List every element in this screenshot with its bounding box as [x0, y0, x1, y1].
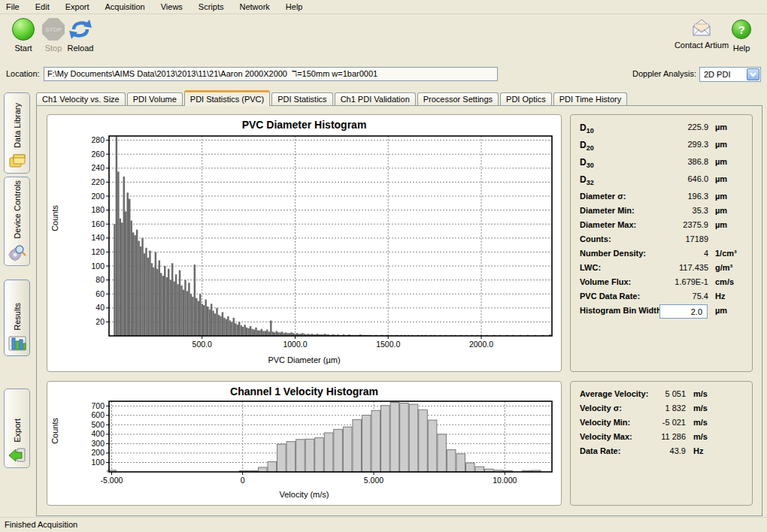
svg-text:300: 300	[91, 439, 105, 448]
stat-row-d10: D10 225.9µm	[571, 121, 752, 138]
stat-row-diameter-max: Diameter Max: 2375.9µm	[571, 219, 752, 233]
help-button[interactable]: ? Help	[726, 18, 756, 53]
help-label: Help	[726, 44, 756, 53]
svg-text:80: 80	[95, 275, 105, 284]
tab-pdi-volume[interactable]: PDI Volume	[127, 92, 183, 106]
start-icon	[12, 18, 35, 41]
export-arrow-icon	[8, 447, 26, 464]
svg-text:600: 600	[91, 410, 105, 419]
sidebar-label-device-controls: Device Controls	[13, 180, 22, 239]
menu-bar: File Edit Export Acquisition Views Scrip…	[0, 0, 767, 14]
sidebar-label-export: Export	[13, 419, 22, 443]
svg-text:180: 180	[91, 205, 105, 214]
sidebar-item-device-controls[interactable]: Device Controls	[4, 177, 30, 266]
velocity-chart-group: Channel 1 Velocity Histogram Counts 1002…	[47, 381, 562, 506]
gear-search-icon	[8, 243, 26, 261]
histogram-bin-width-input[interactable]	[659, 304, 708, 319]
svg-text:100: 100	[91, 261, 105, 271]
toolbar: Start STOP Stop Reload Contact Artium	[0, 15, 767, 63]
menu-item-network[interactable]: Network	[239, 2, 269, 11]
contact-artium-label: Contact Artium	[674, 41, 729, 50]
menu-item-acquisition[interactable]: Acquisition	[105, 2, 145, 11]
tab-pdi-time-history[interactable]: PDI Time History	[553, 92, 628, 106]
doppler-analysis-label: Doppler Analysis:	[632, 69, 696, 78]
stat-row-diameter-min: Diameter Min: 35.3µm	[571, 204, 752, 219]
stat-row-data-rate: Data Rate: 43.9Hz	[571, 445, 752, 459]
menu-item-scripts[interactable]: Scripts	[199, 2, 224, 11]
svg-text:400: 400	[91, 429, 105, 438]
svg-text:240: 240	[91, 163, 105, 172]
bar-chart-icon	[8, 335, 26, 352]
svg-text:160: 160	[91, 219, 105, 228]
pvc-chart-title: PVC Diameter Histogram	[47, 119, 561, 131]
reload-icon	[68, 18, 92, 41]
velocity-chart-title: Channel 1 Velocity Histogram	[47, 385, 561, 397]
location-row: Location: Doppler Analysis: 2D PDI	[0, 65, 767, 84]
svg-text:220: 220	[91, 177, 105, 186]
svg-text:1500.0: 1500.0	[376, 340, 400, 349]
tab-pdi-statistics-pvc[interactable]: PDI Statistics (PVC)	[184, 90, 270, 106]
velocity-histogram-plot: 100200300400500600700-5.00005.00010.000	[62, 398, 556, 485]
reload-button[interactable]: Reload	[63, 18, 98, 53]
chevron-down-icon[interactable]	[747, 68, 759, 80]
stop-icon: STOP	[42, 18, 65, 41]
svg-text:100: 100	[91, 458, 105, 467]
tab-strip: Ch1 Velocity vs. Size PDI Volume PDI Sta…	[36, 91, 629, 106]
pvc-statistics-panel: D10 225.9µm D20 299.3µm D30 386.8µm D32 …	[570, 114, 753, 372]
tab-processor-settings[interactable]: Processor Settings	[417, 92, 499, 106]
svg-text:500.0: 500.0	[193, 340, 212, 349]
pvc-diameter-chart-group: PVC Diameter Histogram Counts 2040608010…	[47, 114, 562, 372]
stat-row-number-density: Number Density: 41/cm³	[571, 247, 752, 261]
stat-row-volume-flux: Volume Flux: 1.679E-1cm/s	[571, 276, 752, 290]
stat-row-average-velocity: Average Velocity: 5 051m/s	[571, 388, 752, 402]
sidebar-label-results: Results	[13, 303, 22, 331]
menu-item-help[interactable]: Help	[286, 2, 303, 11]
svg-text:700: 700	[91, 401, 105, 410]
results-tab-page: PVC Diameter Histogram Counts 2040608010…	[36, 105, 762, 516]
svg-text:2000.0: 2000.0	[469, 340, 493, 349]
location-input[interactable]	[44, 67, 498, 81]
doppler-analysis-select[interactable]: 2D PDI	[699, 67, 761, 82]
stat-row-velocity-max: Velocity Max: 11 286m/s	[571, 431, 752, 445]
pvc-chart-ylabel: Counts	[50, 205, 59, 231]
velocity-statistics-panel: Average Velocity: 5 051m/s Velocity σ: 1…	[570, 381, 753, 506]
stat-row-d32: D32 646.0µm	[571, 173, 752, 190]
doppler-analysis-value: 2D PDI	[700, 70, 747, 79]
svg-text:200: 200	[91, 448, 105, 457]
tab-ch1-velocity-vs-size[interactable]: Ch1 Velocity vs. Size	[36, 92, 126, 106]
contact-artium-button[interactable]: Contact Artium	[674, 18, 729, 50]
stat-row-d20: D20 299.3µm	[571, 138, 752, 156]
sidebar-item-results[interactable]: Results	[4, 280, 30, 356]
svg-text:40: 40	[95, 303, 105, 312]
menu-item-edit[interactable]: Edit	[35, 2, 50, 11]
menu-item-views[interactable]: Views	[161, 2, 183, 11]
pvc-diameter-histogram-plot: 2040608010012014016018020022024026028050…	[62, 131, 556, 351]
status-bar: Finished Acquisition	[0, 517, 767, 532]
sidebar-label-data-library: Data Library	[13, 103, 22, 148]
stat-row-counts: Counts: 17189	[571, 233, 752, 247]
stat-row-velocity-min: Velocity Min: -5 021m/s	[571, 416, 752, 431]
tab-ch1-pdi-validation[interactable]: Ch1 PDI Validation	[335, 92, 416, 106]
svg-text:260: 260	[91, 150, 105, 159]
sidebar-item-export[interactable]: Export	[4, 388, 30, 468]
pvc-chart-xlabel: PVC Diameter (µm)	[47, 355, 561, 364]
tab-pdi-optics[interactable]: PDI Optics	[500, 92, 552, 106]
svg-text:0: 0	[241, 476, 245, 485]
sidebar-item-data-library[interactable]: Data Library	[4, 92, 30, 174]
svg-text:1000.0: 1000.0	[283, 340, 307, 349]
menu-item-export[interactable]: Export	[65, 2, 89, 11]
sidebar: Data Library Device Controls Results	[0, 90, 35, 517]
menu-item-file[interactable]: File	[6, 2, 20, 11]
folders-icon	[8, 153, 26, 169]
stat-row-d30: D30 386.8µm	[571, 156, 752, 173]
reload-label: Reload	[63, 44, 98, 53]
envelope-icon	[690, 18, 713, 38]
velocity-chart-ylabel: Counts	[50, 418, 59, 444]
stat-row-velocity-sigma: Velocity σ: 1 832m/s	[571, 402, 752, 416]
svg-text:140: 140	[91, 233, 105, 242]
svg-text:280: 280	[91, 135, 105, 144]
svg-text:60: 60	[95, 289, 105, 298]
tab-pdi-statistics[interactable]: PDI Statistics	[271, 92, 332, 106]
help-icon: ?	[732, 20, 751, 39]
svg-text:500: 500	[91, 420, 105, 429]
